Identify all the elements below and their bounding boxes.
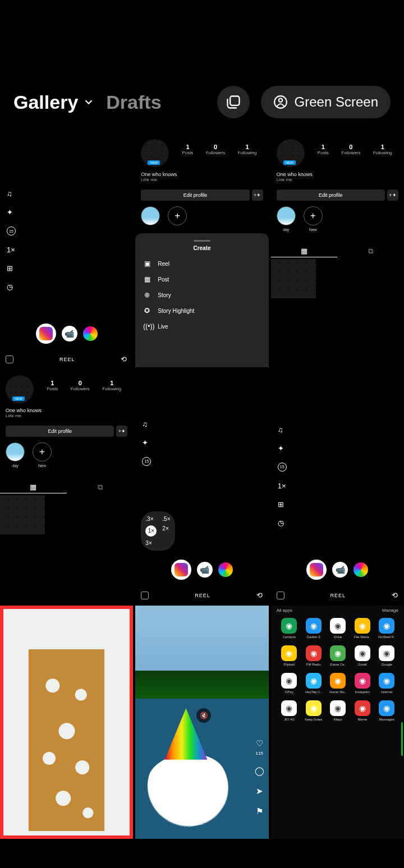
person-circle-icon [273, 95, 288, 109]
media-grid: ♫ ✦ 15 1× ⊞ ◷ 📹 REEL ⟲ NEW 1Posts 0Follo… [0, 133, 404, 839]
create-reel[interactable]: ▣Reel [135, 256, 268, 271]
app-contacts[interactable]: ◉Contacts [279, 618, 300, 639]
app-maps[interactable]: ◉Maps [328, 700, 348, 721]
zoom-selector[interactable]: .3× .5× 1× 2× 3× [141, 511, 175, 551]
zoom-1[interactable]: 1× [145, 525, 157, 537]
new-badge: NEW [148, 160, 160, 165]
gallery-picker-header: Gallery Drafts Green Screen [0, 84, 404, 120]
green-screen-button[interactable]: Green Screen [261, 86, 391, 118]
app-flipkart[interactable]: ◉Flipkart [279, 645, 300, 666]
story-add[interactable]: + [33, 442, 52, 461]
app-icon: ◉ [281, 618, 297, 634]
app-finshell-p-[interactable]: ◉FinShell P.. [377, 618, 397, 639]
zoom-2[interactable]: 2× [162, 525, 170, 537]
app-gpay[interactable]: ◉GPay [279, 673, 300, 694]
app-label: JIO 4G [284, 718, 295, 721]
green-screen-label: Green Screen [295, 94, 378, 110]
app-meme[interactable]: ◉Meme [352, 700, 373, 721]
app-label: Keep Notes [305, 718, 322, 721]
story-day[interactable] [141, 206, 160, 225]
app-dadish-3[interactable]: ◉Dadish 3 [303, 618, 324, 639]
shutter-button[interactable] [36, 324, 56, 344]
profile-tabs: ▦ ⧉ [271, 247, 404, 257]
app-game-ce-[interactable]: ◉Game Ce.. [328, 645, 348, 666]
app-instagram[interactable]: ◉Instagram [352, 673, 373, 694]
edit-profile-button[interactable]: Edit profile [277, 190, 385, 201]
app-gmail[interactable]: ◉Gmail [352, 645, 373, 666]
profile-post-thumb[interactable] [271, 259, 316, 298]
tab-drafts[interactable]: Drafts [106, 91, 161, 113]
app-google[interactable]: ◉Google [377, 645, 397, 666]
gallery-thumb[interactable]: NEW 1Posts 0Followers 1Following One who… [135, 133, 268, 367]
gallery-thumb-selected[interactable] [0, 606, 133, 839]
app-jio-4g[interactable]: ◉JIO 4G [279, 700, 300, 721]
tab-gallery-label: Gallery [13, 91, 78, 113]
app-label: Drive [334, 635, 342, 639]
discover-people-button[interactable]: +✦ [387, 190, 398, 201]
app-label: Gmail [358, 663, 367, 666]
profile-post-thumb[interactable] [0, 495, 45, 534]
new-badge: NEW [283, 160, 296, 165]
gallery-thumb[interactable]: NEW 1Posts 0Followers 1Following One who… [0, 370, 133, 603]
edit-profile-button[interactable]: Edit profile [141, 190, 249, 201]
effects-button[interactable]: 📹 [62, 326, 77, 341]
sheet-handle[interactable] [194, 240, 210, 242]
gallery-thumb[interactable]: ♫ ✦ 15 1× ⊞ ◷ 📹 REEL ⟲ [271, 370, 404, 603]
gallery-thumb[interactable]: All apps Manage ◉Contacts◉Dadish 3◉Drive… [271, 606, 404, 839]
save-icon[interactable]: ⚑ [256, 806, 263, 816]
tab-gallery[interactable]: Gallery [13, 91, 95, 113]
reel-shutter-row: 📹 [306, 560, 368, 580]
share-icon[interactable]: ➤ [256, 786, 263, 796]
like-icon[interactable]: ♡ [256, 738, 263, 749]
svg-rect-0 [230, 96, 239, 105]
effects-button[interactable]: 📹 [332, 562, 348, 578]
gallery-thumb[interactable]: ♫ ✦ 15 1× ⊞ ◷ 📹 REEL ⟲ [0, 133, 133, 367]
tab-tagged[interactable]: ⧉ [67, 483, 134, 493]
app-keep-notes[interactable]: ◉Keep Notes [303, 700, 324, 721]
comment-icon[interactable]: ◯ [255, 766, 264, 776]
discover-people-button[interactable]: +✦ [116, 426, 127, 437]
edit-profile-button[interactable]: Edit profile [6, 426, 114, 437]
story-add[interactable]: + [304, 206, 323, 225]
app-drawer: All apps Manage ◉Contacts◉Dadish 3◉Drive… [271, 606, 404, 839]
tab-posts-grid[interactable]: ▦ [0, 483, 67, 493]
color-effect-button[interactable] [354, 562, 368, 577]
story-day[interactable] [277, 206, 296, 225]
zoom-3[interactable]: 3× [145, 540, 157, 546]
create-highlight[interactable]: ✪Story Highlight [135, 303, 268, 318]
effects-button[interactable]: 📹 [197, 562, 213, 578]
discover-people-button[interactable]: +✦ [252, 190, 263, 201]
app-messages[interactable]: ◉Messages [377, 700, 397, 721]
create-post[interactable]: ▦Post [135, 271, 268, 287]
zoom-0.5[interactable]: .5× [162, 516, 170, 522]
gallery-thumb[interactable]: ♫ ✦ 15 .3× .5× 1× 2× 3× 📹 REEL ⟲ [135, 370, 268, 603]
app-fm-radio[interactable]: ◉FM Radio [303, 645, 324, 666]
app-internet[interactable]: ◉Internet [377, 673, 397, 694]
app-label: Maps [334, 718, 342, 721]
app-icon: ◉ [281, 700, 297, 716]
story-day[interactable] [6, 442, 25, 461]
app-icon: ◉ [355, 700, 370, 716]
multi-select-button[interactable] [217, 86, 250, 118]
tab-tagged[interactable]: ⧉ [337, 247, 404, 257]
shutter-button[interactable] [171, 560, 191, 580]
app-icon: ◉ [281, 645, 297, 661]
gallery-thumb[interactable]: 🔇 ♡ 115 ◯ ➤ ⚑ [135, 606, 268, 839]
tab-posts-grid[interactable]: ▦ [271, 247, 338, 257]
color-effect-button[interactable] [218, 562, 233, 577]
app-heytap-c-[interactable]: ◉HeyTap C.. [303, 673, 324, 694]
gallery-thumb[interactable]: NEW 1Posts 0Followers 1Following One who… [271, 133, 404, 367]
color-effect-button[interactable] [83, 326, 98, 341]
app-drive[interactable]: ◉Drive [328, 618, 348, 639]
app-home-wo-[interactable]: ◉Home Wo.. [328, 673, 348, 694]
app-file-mana-[interactable]: ◉File Mana.. [352, 618, 373, 639]
highlight-icon: ✪ [143, 307, 151, 315]
shutter-button[interactable] [306, 560, 327, 580]
create-live[interactable]: ((•))Live [135, 318, 268, 334]
zoom-0.3[interactable]: .3× [145, 516, 157, 522]
live-icon: ((•)) [143, 322, 151, 330]
story-add[interactable]: + [168, 206, 187, 225]
profile-stats: 1Posts 0Followers 1Following [40, 380, 127, 391]
story-highlights: day +New [277, 206, 323, 232]
create-story[interactable]: ⊕Story [135, 287, 268, 303]
